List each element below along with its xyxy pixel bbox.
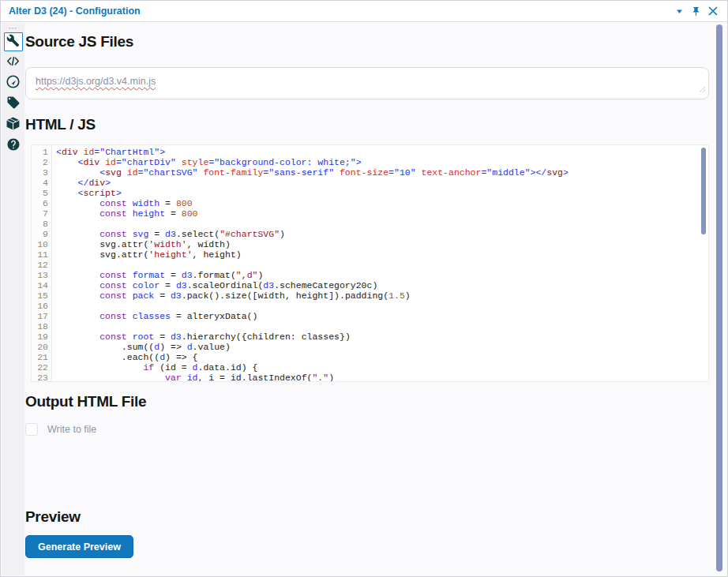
write-to-file-checkbox[interactable]	[25, 423, 38, 436]
code-line: <div id="ChartHtml">	[56, 147, 708, 157]
help-icon	[6, 137, 21, 155]
code-line	[56, 219, 708, 229]
configuration-content: Source JS Files https://d3js.org/d3.v4.m…	[25, 23, 709, 558]
code-line	[56, 260, 708, 270]
code-line: svg.attr('width', width)	[56, 239, 708, 249]
code-line: const format = d3.format(",d")	[56, 270, 708, 280]
panel-body: ⋯	[2, 23, 726, 575]
code-line	[56, 301, 708, 311]
source-js-url: https://d3js.org/d3.v4.min.js	[36, 76, 156, 87]
code-icon	[6, 54, 21, 71]
code-line: const pack = d3.pack().size([width, heig…	[56, 290, 708, 301]
overflow-handle[interactable]: ⋯	[9, 24, 18, 31]
code-area[interactable]: <div id="ChartHtml"> <div id="chartDiv" …	[52, 145, 708, 381]
close-icon[interactable]	[708, 6, 718, 16]
html-js-heading: HTML / JS	[25, 116, 709, 133]
code-line: <div id="chartDiv" style="background-col…	[56, 157, 708, 167]
source-js-input[interactable]: https://d3js.org/d3.v4.min.js	[25, 67, 709, 99]
sidebar-item-navigation[interactable]	[6, 74, 21, 92]
source-js-heading: Source JS Files	[25, 33, 709, 50]
sidebar-item-code[interactable]	[6, 54, 21, 71]
pin-icon[interactable]	[691, 6, 701, 17]
package-icon	[6, 116, 21, 134]
panel-scrollbar-thumb[interactable]	[716, 24, 722, 571]
code-line: .each((d) => {	[56, 352, 708, 362]
editor-scrollbar-thumb[interactable]	[701, 148, 706, 234]
line-number-gutter: 1 2 3 4 5 6 7 8 9 10 11 12 13 14 15 16 1…	[32, 145, 52, 381]
titlebar: Alter D3 (24) - Configuration	[1, 1, 727, 22]
code-line: const height = 800	[56, 208, 708, 219]
code-line: const root = d3.hierarchy({children: cla…	[56, 332, 708, 342]
sidebar-item-tag[interactable]	[6, 96, 21, 113]
preview-heading: Preview	[25, 508, 709, 525]
write-to-file-label: Write to file	[47, 424, 96, 435]
output-html-heading: Output HTML File	[25, 393, 709, 410]
write-to-file-row: Write to file	[25, 423, 709, 436]
navigation-icon	[6, 74, 21, 92]
code-line: var id, i = id.lastIndexOf(".")	[56, 373, 708, 381]
tag-icon	[6, 96, 21, 113]
code-editor: 1 2 3 4 5 6 7 8 9 10 11 12 13 14 15 16 1…	[31, 144, 709, 382]
resize-grip-icon[interactable]	[699, 82, 706, 96]
wrench-icon	[6, 34, 20, 51]
panel-title: Alter D3 (24) - Configuration	[9, 6, 675, 17]
code-line: if (id = d.data.id) {	[56, 362, 708, 373]
code-line: <svg id="chartSVG" font-family="sans-ser…	[56, 167, 708, 178]
code-line: const classes = alteryxData()	[56, 311, 708, 321]
configuration-panel: Alter D3 (24) - Configuration ⋯	[0, 0, 728, 577]
chevron-down-icon[interactable]	[675, 7, 684, 16]
code-line: const svg = d3.select("#chartSVG")	[56, 229, 708, 239]
sidebar-item-help[interactable]	[6, 137, 21, 155]
tool-icon-strip: ⋯	[2, 23, 24, 575]
code-line: .sum((d) => d.value)	[56, 342, 708, 352]
code-line: svg.attr('height', height)	[56, 249, 708, 260]
sidebar-item-package[interactable]	[6, 116, 21, 134]
code-line: <script>	[56, 188, 708, 198]
code-line: const color = d3.scaleOrdinal(d3.schemeC…	[56, 280, 708, 290]
generate-preview-button[interactable]: Generate Preview	[25, 535, 133, 558]
panel-scrollbar	[716, 24, 722, 573]
sidebar-item-configuration[interactable]	[4, 32, 23, 51]
code-line: const width = 800	[56, 198, 708, 208]
code-line: </div>	[56, 178, 708, 188]
titlebar-icons	[675, 6, 721, 17]
code-line	[56, 321, 708, 332]
